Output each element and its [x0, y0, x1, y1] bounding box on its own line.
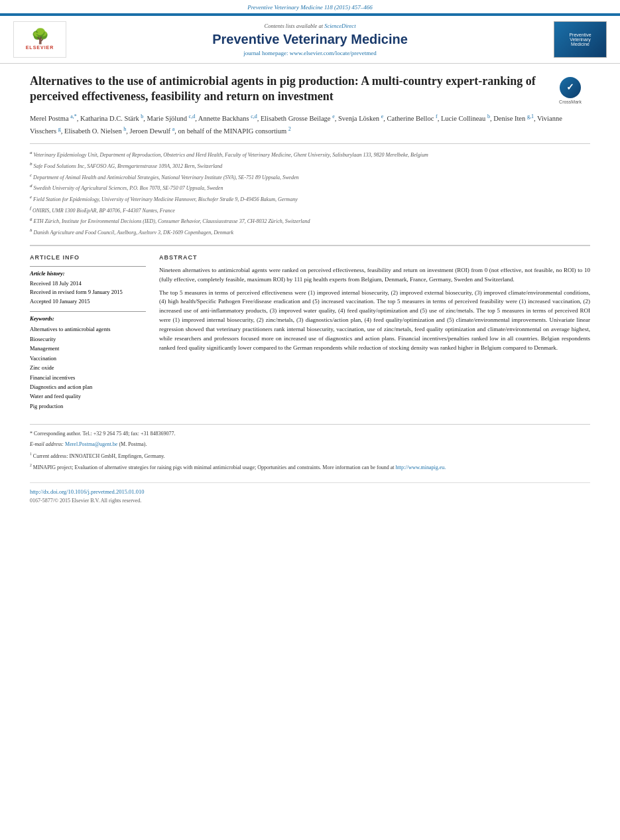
abstract-heading: ABSTRACT [159, 254, 590, 261]
crossmark-label: CrossMark [559, 100, 582, 104]
authors: Merel Postma a,*, Katharina D.C. Stärk b… [30, 113, 590, 137]
affiliations: a Veterinary Epidemiology Unit, Departme… [30, 143, 590, 236]
keyword-diagnostics: Diagnostics and action plan [30, 382, 146, 391]
contents-available: Contents lists available at ScienceDirec… [73, 23, 547, 29]
keyword-water-feed: Water and feed quality [30, 391, 146, 401]
article-history: Article history: Received 18 July 2014 R… [30, 266, 146, 307]
minapig-link[interactable]: http://www.minapig.eu. [396, 464, 446, 470]
keyword-biosecurity: Biosecurity [30, 334, 146, 344]
homepage-link[interactable]: www.elsevier.com/locate/prevetmed [290, 50, 377, 56]
elsevier-brand: ELSEVIER [26, 45, 54, 50]
article-info-column: ARTICLE INFO Article history: Received 1… [30, 254, 146, 411]
keyword-alternatives: Alternatives to antimicrobial agents [30, 324, 146, 334]
top-bar: Preventive Veterinary Medicine 118 (2015… [0, 0, 620, 13]
corresponding-author: * Corresponding author. Tel.: +32 9 264 … [30, 430, 590, 439]
keyword-zinc: Zinc oxide [30, 363, 146, 372]
received-date: Received 18 July 2014 [30, 279, 146, 289]
main-content: Alternatives to the use of antimicrobial… [0, 64, 620, 514]
accepted-date: Accepted 10 January 2015 [30, 297, 146, 307]
article-title-block: Alternatives to the use of antimicrobial… [30, 74, 590, 105]
doi-section: http://dx.doi.org/10.1016/j.prevetmed.20… [30, 482, 590, 504]
footnote-1: 1 Current address: INNOATECH GmbH, Empfi… [30, 451, 590, 460]
email-link[interactable]: Merel.Postma@ugent.be [65, 441, 117, 447]
crossmark-icon: ✓ [560, 77, 581, 98]
journal-right-logo: PreventiveVeterinaryMedicine [554, 21, 607, 58]
abstract-text: Nineteen alternatives to antimicrobial a… [159, 266, 590, 353]
email-line: E-mail address: Merel.Postma@ugent.be (M… [30, 441, 590, 449]
keyword-management: Management [30, 344, 146, 353]
journal-name: Preventive Veterinary Medicine [73, 32, 547, 47]
history-heading: Article history: [30, 270, 146, 277]
keyword-financial: Financial incentives [30, 373, 146, 382]
keywords-heading: Keywords: [30, 315, 146, 322]
abstract-para-1: Nineteen alternatives to antimicrobial a… [159, 266, 590, 285]
footnote-2: 2 MINAPIG project; Evaluation of alterna… [30, 462, 590, 472]
abstract-column: ABSTRACT Nineteen alternatives to antimi… [159, 254, 590, 411]
elsevier-logo: 🌳 ELSEVIER [13, 21, 66, 58]
crossmark: ✓ CrossMark [550, 74, 590, 107]
revised-date: Received in revised form 9 January 2015 [30, 288, 146, 297]
journal-homepage: journal homepage: www.elsevier.com/locat… [73, 50, 547, 56]
footnotes: * Corresponding author. Tel.: +32 9 264 … [30, 424, 590, 472]
doi-link[interactable]: http://dx.doi.org/10.1016/j.prevetmed.20… [30, 488, 590, 495]
article-title: Alternatives to the use of antimicrobial… [30, 74, 590, 105]
keywords-section: Keywords: Alternatives to antimicrobial … [30, 311, 146, 411]
abstract-para-2: The top 5 measures in terms of perceived… [159, 289, 590, 354]
copyright: 0167-5877/© 2015 Elsevier B.V. All right… [30, 498, 141, 504]
journal-header: 🌳 ELSEVIER Contents lists available at S… [0, 15, 620, 64]
journal-reference: Preventive Veterinary Medicine 118 (2015… [247, 4, 373, 11]
authors-text: Merel Postma a,*, Katharina D.C. Stärk b… [30, 115, 562, 134]
keyword-vaccination: Vaccination [30, 354, 146, 363]
article-info-heading: ARTICLE INFO [30, 254, 146, 261]
sciencedirect-link[interactable]: ScienceDirect [324, 23, 355, 29]
two-column-layout: ARTICLE INFO Article history: Received 1… [30, 245, 590, 411]
keyword-pig: Pig production [30, 401, 146, 411]
journal-center-info: Contents lists available at ScienceDirec… [73, 23, 547, 56]
tree-icon: 🌳 [31, 29, 49, 44]
